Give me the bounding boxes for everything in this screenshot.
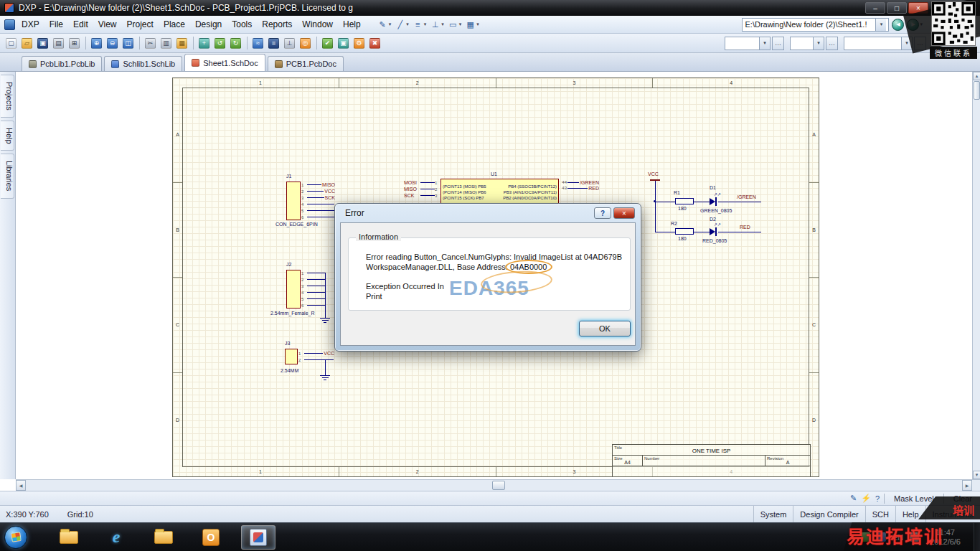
- print-preview-button[interactable]: ⊞: [67, 36, 82, 50]
- bus-button[interactable]: ≡: [266, 36, 281, 50]
- r2-resistor[interactable]: [675, 228, 694, 235]
- chevron-down-icon[interactable]: ▾: [759, 37, 770, 50]
- pin-row[interactable]: MOSI1: [404, 179, 440, 186]
- bolt-icon[interactable]: ⚡: [861, 494, 871, 503]
- wire[interactable]: [655, 181, 656, 202]
- print-button[interactable]: ▤: [51, 36, 66, 50]
- j1-pins[interactable]: 1MISO2VCC3SCK456: [301, 182, 335, 220]
- tray-keyboard-icon[interactable]: [910, 532, 919, 542]
- menu-item[interactable]: Window: [297, 17, 338, 32]
- menu-item[interactable]: Edit: [68, 17, 93, 32]
- pin-row[interactable]: 5: [301, 207, 335, 214]
- pin-row[interactable]: 4: [301, 201, 335, 207]
- panel-tab[interactable]: Libraries: [1, 154, 14, 198]
- j2-connector[interactable]: [286, 270, 301, 309]
- wire[interactable]: [307, 204, 334, 204]
- wire[interactable]: [655, 202, 656, 232]
- scroll-left-button[interactable]: ◀: [16, 480, 26, 491]
- tab-pcb1[interactable]: PCB1.PcbDoc: [268, 56, 344, 71]
- menu-item[interactable]: Reports: [257, 17, 297, 32]
- tray-shield-icon[interactable]: [861, 532, 870, 542]
- ground-symbol[interactable]: [319, 315, 331, 323]
- tray-network-icon[interactable]: [877, 532, 886, 542]
- j3-connector[interactable]: [285, 349, 298, 364]
- hidden-icons-button[interactable]: ▴: [850, 532, 854, 542]
- wire[interactable]: [307, 184, 321, 185]
- cross-probe-button[interactable]: +: [197, 36, 212, 50]
- pin-row[interactable]: 3SCK: [301, 194, 335, 201]
- zoom-fit-button[interactable]: ◫: [121, 36, 136, 50]
- u1-right-pins[interactable]: 44/GREEN43RED: [559, 179, 599, 191]
- drawing-tools-button[interactable]: ✎▾: [376, 19, 393, 30]
- vcc-power-port[interactable]: VCC: [648, 171, 659, 176]
- document-path-combo[interactable]: E:\Drawing\New folder (2)\Sheet1.! ▾: [742, 18, 889, 32]
- language-indicator[interactable]: EN: [892, 533, 903, 542]
- pin-row[interactable]: SCK3: [404, 192, 440, 199]
- pin-row[interactable]: 6: [301, 302, 325, 309]
- ground-symbol[interactable]: [319, 372, 331, 380]
- j1-connector[interactable]: [286, 182, 301, 220]
- open-button[interactable]: ▱: [19, 36, 34, 50]
- wire[interactable]: [694, 202, 710, 202]
- menu-item[interactable]: Help: [338, 17, 366, 32]
- wire[interactable]: [307, 191, 324, 192]
- menu-item[interactable]: View: [93, 17, 122, 32]
- chevron-down-icon[interactable]: ▾: [813, 37, 824, 50]
- wire[interactable]: [307, 286, 325, 286]
- gnd-port-button[interactable]: ⊥: [282, 36, 297, 50]
- wire[interactable]: [567, 188, 588, 189]
- wire[interactable]: [325, 359, 326, 372]
- pin-row[interactable]: MISO2: [404, 186, 440, 192]
- pin-row[interactable]: 2VCC: [301, 188, 335, 194]
- mask-level-button[interactable]: Mask Level: [889, 494, 939, 504]
- j2-pins[interactable]: 123456: [301, 270, 325, 309]
- pin-row[interactable]: 1VCC: [298, 350, 334, 357]
- settings-button[interactable]: ⚙: [352, 36, 367, 50]
- dxp-taskbar-button[interactable]: [241, 525, 275, 550]
- panel-tab[interactable]: Projects: [1, 75, 14, 118]
- compile-button[interactable]: ✔: [320, 36, 335, 50]
- filter-combo[interactable]: ▾: [844, 37, 913, 50]
- menu-item[interactable]: Project: [122, 17, 159, 32]
- paste-button[interactable]: ▦: [174, 36, 189, 50]
- panel-button[interactable]: Instruments: [925, 506, 980, 522]
- storage-button[interactable]: ▣: [336, 36, 351, 50]
- scroll-up-button[interactable]: ▲: [973, 72, 980, 80]
- pin-row[interactable]: 44/GREEN: [559, 179, 599, 185]
- dialog-help-button[interactable]: ?: [594, 207, 611, 219]
- error-dialog-titlebar[interactable]: Error ? ×: [335, 204, 641, 222]
- r1-resistor[interactable]: [675, 198, 694, 204]
- navigate-back-button[interactable]: ◀: [892, 19, 904, 31]
- ie-taskbar-button[interactable]: e: [99, 525, 133, 550]
- wire[interactable]: [420, 195, 435, 196]
- wire[interactable]: [420, 182, 435, 183]
- variant-more-button[interactable]: …: [772, 37, 784, 50]
- menu-item[interactable]: File: [44, 17, 68, 32]
- power-tools-button[interactable]: ⊥▾: [428, 19, 446, 30]
- help-cursor-icon[interactable]: ?: [875, 494, 880, 503]
- pencil-icon[interactable]: ✎: [850, 494, 857, 503]
- undo-button[interactable]: ↺: [212, 36, 227, 50]
- zoom-out-button[interactable]: ⊖: [105, 36, 120, 50]
- wire[interactable]: [655, 202, 675, 202]
- pin-row[interactable]: 43RED: [559, 185, 599, 191]
- wire[interactable]: [307, 210, 334, 211]
- place-part-button[interactable]: ◎: [298, 36, 313, 50]
- taskbar-clock[interactable]: 11:47 2012/6/6: [930, 528, 961, 547]
- tab-pcblib1[interactable]: PcbLib1.PcbLib: [22, 56, 102, 71]
- dialog-close-button[interactable]: ×: [613, 207, 635, 219]
- pin-row[interactable]: 6: [301, 214, 335, 220]
- wire[interactable]: [307, 292, 325, 293]
- grid-more-button[interactable]: …: [826, 37, 838, 50]
- maximize-button[interactable]: □: [887, 2, 907, 14]
- wire[interactable]: [307, 197, 324, 198]
- zoom-in-button[interactable]: ⊕: [89, 36, 104, 50]
- variant-combo[interactable]: ▾: [725, 37, 771, 50]
- redo-button[interactable]: ↻: [228, 36, 243, 50]
- horizontal-scrollbar[interactable]: ◀ ▶: [16, 479, 980, 491]
- shape-tools-button[interactable]: ▭▾: [446, 19, 463, 30]
- pin-row[interactable]: 5: [301, 296, 325, 302]
- line-tools-button[interactable]: ╱▾: [393, 19, 410, 30]
- u1-left-pins[interactable]: MOSI1MISO2SCK3: [404, 179, 440, 199]
- wire[interactable]: [307, 305, 325, 306]
